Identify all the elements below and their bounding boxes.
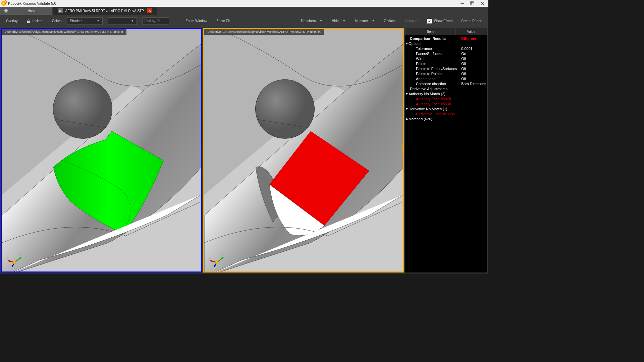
tree-toggle[interactable]: ▼	[405, 42, 409, 45]
authority-label: Authority: C:/Users/Andy/Desktop/Revisio…	[2, 29, 126, 35]
chevron-down-icon: ▼	[97, 19, 100, 22]
chevron-down-icon: ▼	[320, 19, 322, 22]
zoom-window-button[interactable]: Zoom Window	[182, 17, 211, 25]
options-button[interactable]: Options	[380, 17, 399, 25]
column-header-value[interactable]: Value	[455, 28, 487, 35]
svg-text:y: y	[19, 253, 21, 256]
tree-matched[interactable]: Matched (620)	[409, 117, 432, 121]
tab-home[interactable]: Home	[12, 7, 52, 15]
tree-toggle[interactable]: ▶	[405, 117, 409, 121]
svg-text:x: x	[7, 257, 8, 260]
tree-faces[interactable]: Faces/Surfaces	[416, 52, 441, 56]
svg-rect-2	[471, 2, 474, 5]
tree-derivative-no-match[interactable]: Derivative No Match (1)	[409, 107, 447, 111]
tree-derivative-adj[interactable]: Derivative Adjustments	[410, 87, 447, 91]
transform-dropdown[interactable]: Transform ▼	[297, 17, 326, 25]
render-mode-select[interactable]: Shaded ▼	[67, 17, 103, 25]
svg-point-17	[13, 261, 16, 264]
titlebar: Kubotek Kosmos Validate 5.0	[0, 0, 488, 7]
column-header-item[interactable]: Item	[406, 28, 455, 35]
show-errors-checkbox[interactable]: ✓ Show Errors	[424, 19, 456, 23]
main-area: Authority: C:/Users/Andy/Desktop/Revisio…	[0, 27, 488, 274]
derivative-viewport[interactable]: Derivative: C:/Users/Andy/Desktop/Revisi…	[203, 28, 405, 273]
locked-button[interactable]: Locked	[23, 17, 46, 25]
close-button[interactable]	[480, 1, 485, 6]
coordinate-axis-icon: y x	[208, 251, 225, 267]
authority-viewport[interactable]: Authority: C:/Users/Andy/Desktop/Revisio…	[1, 28, 202, 273]
tree-comparison-results: Comparison Results	[410, 37, 446, 41]
compare-button: Compare	[401, 17, 423, 25]
tree-tolerance[interactable]: Tolerance	[416, 47, 432, 51]
chevron-down-icon: ▼	[131, 19, 134, 22]
chevron-down-icon: ▼	[343, 19, 345, 22]
overlay-button[interactable]: Overlay	[2, 17, 21, 25]
tree-annotations[interactable]: Annotations	[416, 77, 435, 81]
svg-rect-5	[27, 21, 30, 23]
home-icon[interactable]	[3, 8, 9, 14]
tree-options[interactable]: Options	[409, 42, 421, 46]
tree-points[interactable]: Points	[416, 62, 426, 66]
checkbox-icon: ✓	[427, 19, 432, 23]
derivative-3d-view	[204, 29, 404, 272]
results-tree[interactable]: Comparison Results Different ▼Options To…	[405, 35, 487, 273]
tab-file-icon: ▦	[58, 8, 63, 13]
derivative-label: Derivative: C:/Users/Andy/Desktop/Revisi…	[204, 29, 324, 35]
tree-points-faces[interactable]: Points to Faces/Surfaces	[416, 67, 457, 71]
zoom-fit-button[interactable]: Zoom Fit	[213, 17, 234, 25]
tab-close-button[interactable]: ✕	[147, 8, 152, 13]
tab-label: Home	[28, 9, 37, 13]
svg-text:x: x	[209, 257, 210, 260]
app-icon	[1, 1, 6, 6]
maximize-button[interactable]	[470, 1, 475, 6]
tree-auth-face-1[interactable]: Authority Face #8378	[416, 97, 451, 101]
minimize-button[interactable]	[460, 1, 465, 6]
tree-auth-face-2[interactable]: Authority Face #8530	[416, 102, 451, 106]
coordinate-axis-icon: y x	[6, 251, 23, 267]
find-by-id-input[interactable]	[142, 17, 169, 25]
svg-point-30	[215, 261, 218, 264]
tabbar: Home ▦ AERO PMI RevA.SLDPRT vs. AERO PMI…	[0, 7, 488, 15]
lock-icon	[27, 19, 30, 23]
toolbar: Overlay Locked Colors Shaded ▼ ▼ Zoom Wi…	[0, 15, 488, 27]
measure-dropdown[interactable]: Measure ▼	[351, 17, 379, 25]
tree-deriv-face-1[interactable]: Derivative Face #13036	[416, 112, 455, 116]
hide-dropdown[interactable]: Hide ▼	[328, 17, 350, 25]
secondary-select[interactable]: ▼	[108, 17, 137, 25]
tree-toggle[interactable]: ▼	[405, 107, 409, 111]
create-report-button[interactable]: Create Report	[457, 17, 486, 25]
svg-text:y: y	[222, 253, 223, 256]
svg-point-7	[53, 79, 112, 138]
chevron-down-icon: ▼	[372, 19, 375, 22]
tab-comparison[interactable]: ▦ AERO PMI RevA.SLDPRT vs. AERO PMI RevA…	[53, 7, 157, 15]
svg-point-19	[255, 79, 314, 138]
authority-3d-view	[2, 29, 201, 272]
results-header: Item Value	[405, 28, 487, 35]
app-title: Kubotek Kosmos Validate 5.0	[8, 1, 460, 5]
tree-toggle[interactable]: ▼	[405, 92, 409, 96]
tree-compare-direction[interactable]: Compare direction	[416, 82, 446, 86]
colors-button[interactable]: Colors	[48, 17, 66, 25]
tab-label: AERO PMI RevA.SLDPRT vs. AERO PMI RevA.S…	[65, 9, 144, 13]
results-panel: Item Value Comparison Results Different …	[405, 28, 487, 273]
tree-points-points[interactable]: Points to Points	[416, 72, 441, 76]
splitter-handle[interactable]	[402, 145, 404, 155]
tree-wires[interactable]: Wires	[416, 57, 425, 61]
tree-authority-no-match[interactable]: Authority No Match (2)	[409, 92, 445, 96]
